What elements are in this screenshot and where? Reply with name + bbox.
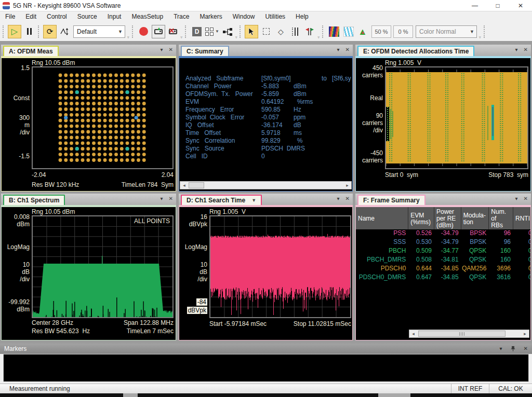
column-header[interactable]: Modula- tion <box>461 207 489 229</box>
measurement-setup-button[interactable] <box>221 25 234 38</box>
overlap-button[interactable]: ▲▲ <box>356 25 370 38</box>
menu-window[interactable]: Window <box>228 11 260 22</box>
tab-summary[interactable]: C: Summary <box>181 46 229 56</box>
panel-menu-icon[interactable]: ▾ <box>500 346 502 352</box>
tab-allocations[interactable]: E: OFDM Detected Allocations Time <box>357 46 474 56</box>
coupled-markers-button[interactable] <box>303 25 316 38</box>
table-row[interactable]: SSS0.530-34.79BPSK960 <box>356 238 530 247</box>
scrollbar-track[interactable] <box>417 330 521 337</box>
record-button[interactable] <box>137 25 151 38</box>
panel-menu-icon[interactable]: ▾ <box>337 196 340 202</box>
continuous-button[interactable]: ⟳ <box>43 25 57 38</box>
display-button[interactable]: D <box>190 25 204 38</box>
waterfall-button[interactable] <box>342 25 355 38</box>
column-header[interactable]: EVM (%rms) <box>408 207 434 229</box>
panel-menu-icon[interactable]: ▾ <box>515 47 518 53</box>
select-tool-button[interactable] <box>245 25 258 38</box>
column-header[interactable]: RNTI <box>513 207 530 229</box>
menu-edit[interactable]: Edit <box>20 11 42 22</box>
menu-file[interactable]: File <box>0 11 20 22</box>
toolbar-overflow-icon[interactable]: ▿ <box>235 35 237 39</box>
toolbar-overflow-icon[interactable]: ▿ <box>317 35 320 39</box>
table-row[interactable]: PDSCH0_DMRS0.647-34.85QPSK36160 <box>356 273 530 282</box>
column-header[interactable]: Num. of RBs <box>489 207 513 229</box>
tab-dropdown-icon[interactable]: ▼ <box>251 198 256 203</box>
menu-source[interactable]: Source <box>72 11 102 22</box>
markers-content[interactable] <box>3 354 529 382</box>
scroll-left-icon[interactable]: ◂ <box>180 182 188 189</box>
color-mode-dropdown[interactable]: Color Normal ▼ <box>416 25 477 38</box>
spectrogram-button[interactable] <box>327 25 341 38</box>
toolbar-drag-handle[interactable] <box>132 25 135 38</box>
column-header[interactable]: Power per RE (dBm) <box>434 207 461 229</box>
scroll-right-icon[interactable]: ▸ <box>343 182 351 189</box>
menu-input[interactable]: Input <box>102 11 127 22</box>
disconnect-instrument-button[interactable]: ✕ <box>166 25 180 38</box>
offset-marker-button[interactable] <box>288 25 302 38</box>
offset-percent-box[interactable]: 0 % <box>393 25 413 38</box>
table-row[interactable]: PBCH0.509-34.77QPSK1600 <box>356 247 530 256</box>
search-time-plot[interactable] <box>209 215 351 318</box>
marker-button[interactable]: ◇ <box>274 25 287 38</box>
tab-spectrum[interactable]: B: Ch1 Spectrum <box>3 195 65 205</box>
table-row[interactable]: PDSCH00.644-34.85QAM25636960 <box>356 265 530 273</box>
menu-meassetup[interactable]: MeasSetup <box>126 11 168 22</box>
panel-menu-icon[interactable]: ▾ <box>515 196 518 202</box>
minimize-button[interactable]: — <box>463 0 486 11</box>
scroll-left-icon[interactable]: ◂ <box>409 330 417 337</box>
overlap-percent-box[interactable]: 50 % <box>371 25 391 38</box>
panel-menu-icon[interactable]: ▾ <box>161 196 163 202</box>
pin-icon[interactable] <box>511 346 515 352</box>
panel-menu-icon[interactable]: ▾ <box>337 47 340 53</box>
panel-close-icon[interactable]: ✕ <box>524 47 528 53</box>
tab-frame-summary[interactable]: F: Frame Summary <box>357 195 425 205</box>
horizontal-scrollbar[interactable]: ◂ ▸ <box>180 181 352 189</box>
panel-close-icon[interactable]: ✕ <box>169 47 173 53</box>
table-row[interactable]: PSS0.526-34.79BPSK960 <box>356 229 530 238</box>
toolbar-drag-handle[interactable] <box>240 25 243 38</box>
restore-button[interactable]: □ <box>486 0 509 11</box>
toolbar-overflow-icon[interactable]: ▿ <box>181 35 183 39</box>
panel-close-icon[interactable]: ✕ <box>345 47 350 53</box>
resbw-label: Res BW 545.623 Hz <box>32 327 90 335</box>
scrollbar-thumb[interactable] <box>418 331 506 337</box>
toolbar-drag-handle[interactable] <box>185 25 188 38</box>
toolbar-overflow-icon[interactable]: ▿ <box>127 35 129 39</box>
panel-close-icon[interactable]: ✕ <box>524 196 528 202</box>
preset-dropdown[interactable]: Default ▼ <box>73 25 125 38</box>
scrollbar-thumb[interactable] <box>189 182 204 188</box>
menu-help[interactable]: Help <box>290 11 314 22</box>
menu-control[interactable]: Control <box>42 11 72 22</box>
play-button[interactable]: ▷ <box>8 25 21 38</box>
summary-value: 0 <box>261 153 294 160</box>
toolbar-drag-handle[interactable] <box>3 25 6 38</box>
column-header[interactable]: Name <box>356 207 408 229</box>
panel-close-icon[interactable]: ✕ <box>169 196 173 202</box>
panel-menu-icon[interactable]: ▾ <box>161 47 163 53</box>
window-layout-button[interactable]: ▼ <box>205 25 220 38</box>
tab-ofdm-meas[interactable]: A: OFDM Meas <box>3 46 59 56</box>
tab-search-time[interactable]: D: Ch1 Search Time ▼ <box>181 195 262 205</box>
zoom-select-button[interactable] <box>259 25 273 38</box>
menu-markers[interactable]: Markers <box>194 11 227 22</box>
scrollbar-track[interactable] <box>188 182 343 189</box>
axis-label: 2.04 <box>162 171 174 179</box>
toolbar-drag-handle[interactable] <box>38 25 41 38</box>
autorange-button[interactable] <box>58 25 71 38</box>
menu-utilities[interactable]: Utilities <box>260 11 290 22</box>
restart-instrument-button[interactable]: ▲ <box>152 25 165 38</box>
close-button[interactable]: ✕ <box>509 0 532 11</box>
horizontal-scrollbar[interactable]: ◂ ▸ <box>409 330 529 338</box>
toolbar-drag-handle[interactable] <box>322 25 325 38</box>
scroll-right-icon[interactable]: ▸ <box>521 330 529 337</box>
constellation-plot[interactable] <box>32 66 174 169</box>
pause-button[interactable] <box>22 25 36 38</box>
table-row[interactable]: PBCH_DMRS0.508-34.81QPSK1600 <box>356 256 530 265</box>
toolbar-drag-handle[interactable] <box>484 25 487 38</box>
allocations-plot[interactable] <box>385 66 528 169</box>
panel-close-icon[interactable]: ✕ <box>345 196 350 202</box>
spectrum-plot[interactable]: ALL POINTS <box>32 215 174 318</box>
menu-trace[interactable]: Trace <box>168 11 194 22</box>
toolbar-overflow-icon[interactable]: ▿ <box>479 35 481 39</box>
panel-close-icon[interactable]: ✕ <box>524 346 528 352</box>
